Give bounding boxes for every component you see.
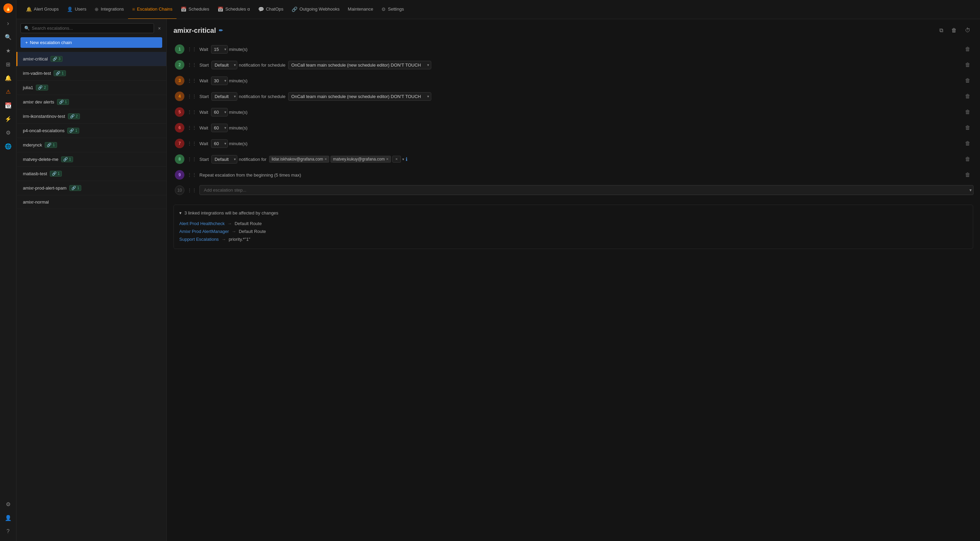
edit-title-icon[interactable]: ✏ [219, 28, 223, 33]
chain-item[interactable]: matvey-delete-me🔗 1 [16, 152, 166, 167]
linked-integration-item: Support Escalations → priority.*"1" [179, 235, 967, 243]
linked-integrations-header[interactable]: ▾ 3 linked integrations will be affected… [179, 210, 967, 215]
sidebar-bell-icon[interactable]: 🔔 [2, 72, 14, 84]
add-tag-button[interactable]: × [392, 156, 401, 162]
step-delete-button[interactable]: 🗑 [964, 124, 972, 132]
user-tag: lidar.iskhakov@grafana.com × [269, 156, 329, 162]
chevron-down-icon: ▾ [179, 210, 182, 215]
step-suffix-text: minute(s) [229, 47, 248, 52]
step-delete-button[interactable]: 🗑 [964, 45, 972, 53]
chain-item[interactable]: p4-oncall-escalations🔗 1 [16, 124, 166, 138]
add-step-select[interactable]: Add escalation step... [199, 185, 974, 195]
sidebar-search-icon[interactable]: 🔍 [2, 31, 14, 43]
drag-handle-icon[interactable]: ⋮⋮ [187, 94, 197, 99]
step-value-select[interactable]: Default [212, 61, 237, 69]
drag-handle-icon[interactable]: ⋮⋮ [187, 78, 197, 83]
nav-users[interactable]: 👤 Users [63, 0, 91, 19]
drag-handle-icon[interactable]: ⋮⋮ [187, 156, 197, 162]
step-value-select[interactable]: 60 [211, 124, 228, 132]
step-value-select[interactable]: 60 [211, 139, 228, 148]
chain-item[interactable]: julia1🔗 2 [16, 81, 166, 95]
linked-integration-name[interactable]: Alert Prod Healthcheck [179, 221, 225, 226]
sidebar-bolt-icon[interactable]: ⚡ [2, 113, 14, 125]
chain-name: amixr-critical [23, 56, 48, 62]
chain-item[interactable]: amixr-normal [16, 196, 166, 209]
step-schedule-select[interactable]: OnCall team main schedule (new schedule … [288, 61, 431, 69]
step-value-select[interactable]: 15 [211, 45, 228, 54]
sidebar-settings-icon[interactable]: ⚙ [2, 498, 14, 510]
step-delete-button[interactable]: 🗑 [964, 92, 972, 100]
step-delete-button[interactable]: 🗑 [964, 108, 972, 116]
clear-search-button[interactable]: × [157, 25, 162, 32]
plus-icon: + [25, 40, 28, 45]
sidebar-plugin-icon[interactable]: ⚙ [2, 126, 14, 138]
chain-badge: 🔗 1 [54, 70, 65, 76]
step-value-select[interactable]: Default [212, 92, 237, 101]
linked-integration-name[interactable]: Support Escalations [179, 237, 219, 242]
step-number: 3 [175, 76, 185, 85]
nav-alert-groups[interactable]: 🔔 Alert Groups [22, 0, 63, 19]
new-escalation-chain-button[interactable]: + New escalation chain [21, 37, 162, 48]
step-type-label: Start [199, 157, 208, 162]
search-bar: 🔍 × [16, 19, 166, 36]
sidebar-collapse[interactable]: › [2, 17, 14, 29]
sidebar-grid-icon[interactable]: ⊞ [2, 58, 14, 70]
copy-button[interactable]: ⧉ [937, 26, 946, 35]
chain-item[interactable]: amixr-prod-alert-spam🔗 1 [16, 181, 166, 196]
step-suffix-text: minute(s) [229, 110, 248, 115]
step-suffix-text: notification for [239, 157, 266, 162]
step-schedule-select[interactable]: OnCall team main schedule (new schedule … [288, 92, 431, 101]
drag-handle-icon[interactable]: ⋮⋮ [187, 125, 197, 130]
info-icon[interactable]: ℹ [406, 156, 407, 162]
content-area: 🔍 × + New escalation chain amixr-critica… [16, 19, 980, 541]
history-button[interactable]: ⏱ [962, 26, 973, 35]
chain-item[interactable]: mderynck🔗 1 [16, 138, 166, 152]
sidebar-avatar[interactable]: 👤 [2, 512, 14, 524]
nav-integrations[interactable]: ⊕ Integrations [91, 0, 128, 19]
header-actions: ⧉ 🗑 ⏱ [937, 26, 973, 35]
linked-integration-name[interactable]: Amixr Prod AlertManager [179, 229, 229, 234]
step-delete-button[interactable]: 🗑 [964, 140, 972, 147]
step-type-label: Start [199, 94, 208, 99]
linked-route-text: Default Route [239, 229, 266, 234]
chain-item[interactable]: amixr dev alerts🔗 1 [16, 95, 166, 109]
nav-settings[interactable]: ⚙ Settings [377, 0, 408, 19]
sidebar-schedule-icon[interactable]: 📆 [2, 99, 14, 111]
step-suffix-text: minute(s) [229, 141, 248, 146]
step-delete-button[interactable]: 🗑 [964, 155, 972, 163]
drag-handle-icon[interactable]: ⋮⋮ [187, 172, 197, 178]
step-value-select[interactable]: Default [212, 155, 237, 164]
step-row: 4⋮⋮StartDefault▾notification for schedul… [173, 89, 973, 104]
drag-handle-icon[interactable]: ⋮⋮ [187, 46, 197, 52]
step-number: 5 [175, 107, 185, 117]
sidebar-alert-icon[interactable]: ⚠ [2, 85, 14, 98]
step-type-label: Wait [199, 141, 208, 146]
drag-handle-icon[interactable]: ⋮⋮ [187, 62, 197, 68]
sidebar-favorites-icon[interactable]: ★ [2, 45, 14, 57]
step-value-select[interactable]: 30 [211, 76, 228, 85]
nav-chatops[interactable]: 💬 ChatOps [254, 0, 288, 19]
tag-remove-button[interactable]: × [386, 157, 388, 162]
chain-item[interactable]: irm-ikonstantinov-test🔗 2 [16, 109, 166, 124]
step-delete-button[interactable]: 🗑 [964, 171, 972, 179]
nav-schedules[interactable]: 📅 Schedules [177, 0, 213, 19]
delete-button[interactable]: 🗑 [948, 26, 959, 35]
step-value-select[interactable]: 60 [211, 108, 228, 116]
drag-handle-icon[interactable]: ⋮⋮ [187, 109, 197, 115]
nav-escalation-chains[interactable]: ≡ Escalation Chains [128, 0, 177, 19]
chain-item[interactable]: irm-vadim-test🔗 1 [16, 66, 166, 81]
step-delete-button[interactable]: 🗑 [964, 61, 972, 68]
nav-schedules-alpha[interactable]: 📅 Schedules α [213, 0, 254, 19]
main-content: 🔔 Alert Groups 👤 Users ⊕ Integrations ≡ … [16, 0, 980, 541]
drag-handle-icon[interactable]: ⋮⋮ [187, 141, 197, 146]
nav-maintenance[interactable]: Maintenance [344, 0, 377, 19]
chain-item[interactable]: amixr-critical🔗 3 [16, 52, 166, 66]
nav-outgoing-webhooks[interactable]: 🔗 Outgoing Webhooks [288, 0, 344, 19]
tag-remove-button[interactable]: × [325, 157, 327, 162]
sidebar-help-icon[interactable]: ? [2, 525, 14, 538]
chain-item[interactable]: matiasb-test🔗 1 [16, 167, 166, 181]
search-input[interactable] [32, 25, 150, 31]
step-type-label: Wait [199, 110, 208, 115]
sidebar-globe-icon[interactable]: 🌐 [2, 140, 14, 152]
step-delete-button[interactable]: 🗑 [964, 77, 972, 84]
